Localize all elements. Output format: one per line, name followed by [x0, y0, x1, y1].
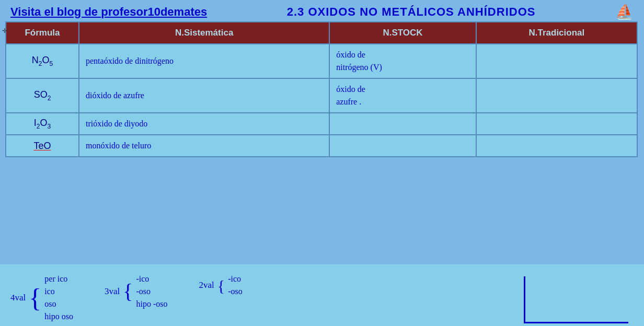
valency-4-item-4: hipo oso	[44, 310, 73, 323]
valency-2-item-1: -ico	[228, 273, 243, 285]
valency-3-item-3: hipo -oso	[136, 298, 167, 310]
tradicional-teo	[476, 135, 637, 157]
valency-3-item-2: -oso	[136, 285, 167, 298]
formula-n2o5: N2O5	[6, 44, 79, 78]
valency-2-label: 2val	[199, 278, 214, 292]
blog-link[interactable]: Visita el blog de profesor10demates	[10, 5, 207, 19]
table-row: TeO monóxido de teluro	[6, 135, 637, 157]
table-row: N2O5 pentaóxido de dinitrógeno óxido den…	[6, 44, 637, 78]
stock-n2o5: óxido denitrógeno (V)	[329, 44, 476, 78]
sistematica-i2o3: trióxido de diyodo	[79, 113, 329, 135]
tradicional-i2o3	[476, 113, 637, 135]
valency-2-block: 2val { -ico -oso	[199, 273, 242, 298]
valency-3-label: 3val	[105, 285, 120, 298]
valency-3-items: -ico -oso hipo -oso	[136, 273, 167, 310]
valency-2-items: -ico -oso	[228, 273, 243, 298]
col-tradicional: N.Tradicional	[476, 22, 637, 44]
move-handle[interactable]: ✛	[2, 27, 7, 34]
valency-2-item-2: -oso	[228, 285, 243, 298]
tradicional-n2o5	[476, 44, 637, 78]
bracket-2: {	[217, 278, 225, 293]
page-header: Visita el blog de profesor10demates 2.3 …	[0, 0, 644, 21]
table-row: SO2 dióxido de azufre óxido deazufre .	[6, 78, 637, 113]
page-title: 2.3 OXIDOS NO METÁLICOS ANHÍDRIDOS	[287, 5, 536, 19]
chemistry-table: Fórmula N.Sistemática N.STOCK N.Tradicio…	[5, 21, 638, 157]
sistematica-so2: dióxido de azufre	[79, 78, 329, 113]
stock-i2o3	[329, 113, 476, 135]
blog-name[interactable]: profesor10demates	[101, 5, 207, 18]
tradicional-so2	[476, 78, 637, 113]
formula-so2: SO2	[6, 78, 79, 113]
sistematica-teo: monóxido de teluro	[79, 135, 329, 157]
valency-3-item-1: -ico	[136, 273, 167, 285]
bracket-3: {	[123, 282, 133, 301]
stock-teo	[329, 135, 476, 157]
bottom-right-diagram	[524, 276, 628, 323]
blog-prefix: Visita el blog de	[10, 5, 101, 18]
col-stock: N.STOCK	[329, 22, 476, 44]
valency-4-item-1: per ico	[44, 273, 73, 285]
valency-4-item-2: ico	[44, 285, 73, 298]
valency-4-items: per ico ico oso hipo oso	[44, 273, 73, 323]
col-sistematica: N.Sistemática	[79, 22, 329, 44]
stock-so2: óxido deazufre .	[329, 78, 476, 113]
bottom-notes-section: 4val { per ico ico oso hipo oso 3val { -…	[0, 264, 644, 326]
valency-4-item-3: oso	[44, 298, 73, 310]
col-formula: Fórmula	[6, 22, 79, 44]
valency-3-block: 3val { -ico -oso hipo -oso	[105, 273, 167, 310]
ship-icon: ⛵	[615, 3, 634, 20]
sistematica-n2o5: pentaóxido de dinitrógeno	[79, 44, 329, 78]
table-row: I2O3 trióxido de diyodo	[6, 113, 637, 135]
valency-4-block: 4val { per ico ico oso hipo oso	[10, 273, 73, 323]
formula-i2o3: I2O3	[6, 113, 79, 135]
table-header-row: Fórmula N.Sistemática N.STOCK N.Tradicio…	[6, 22, 637, 44]
valency-4-label: 4val	[10, 291, 26, 305]
bracket-4: {	[29, 286, 41, 310]
valency-notes: 4val { per ico ico oso hipo oso 3val { -…	[10, 267, 524, 323]
formula-teo: TeO	[6, 135, 79, 157]
